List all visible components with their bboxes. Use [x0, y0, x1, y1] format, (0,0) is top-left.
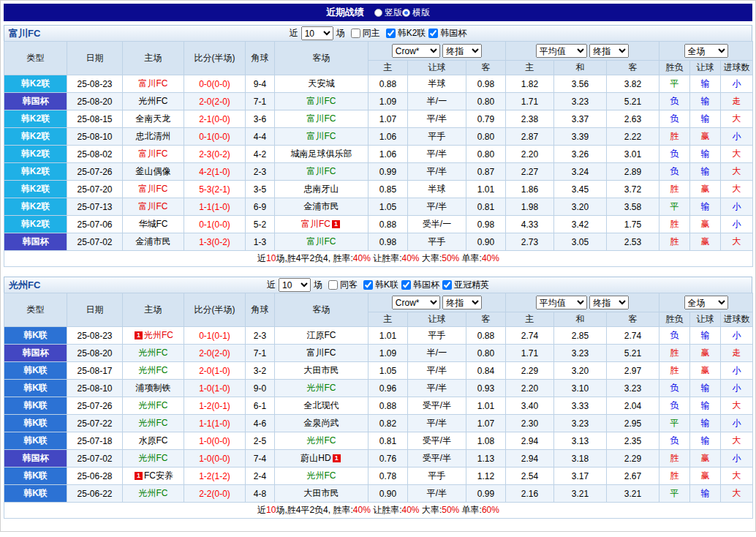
- league-filter-checkbox[interactable]: [401, 280, 411, 290]
- team-name[interactable]: FC安养: [144, 470, 173, 481]
- layout-radio-horizontal[interactable]: 横版: [402, 7, 430, 19]
- score[interactable]: 2-1(0-0): [199, 114, 230, 124]
- team-name[interactable]: 光州FC: [139, 453, 168, 463]
- league-filter[interactable]: 韩国杯: [398, 279, 439, 291]
- team-name[interactable]: 忠南牙山: [304, 184, 339, 194]
- team-name[interactable]: 城南足球俱乐部: [291, 149, 352, 159]
- score[interactable]: 0-1(0-1): [199, 331, 230, 341]
- average-odds-select[interactable]: 平均值: [536, 296, 587, 309]
- team-name[interactable]: 光州FC: [139, 365, 168, 375]
- col-type: 类型: [4, 293, 67, 327]
- score[interactable]: 4-2(1-0): [199, 167, 230, 177]
- team-name[interactable]: 富川FC: [139, 149, 168, 159]
- score[interactable]: 2-3(0-2): [199, 149, 230, 159]
- score[interactable]: 1-0(1-0): [199, 383, 230, 394]
- team-name[interactable]: 富川FC: [307, 236, 336, 247]
- handicap-cell: 受平/半: [408, 450, 466, 467]
- team-name[interactable]: 全北现代: [304, 400, 339, 410]
- league-filter-checkbox[interactable]: [363, 280, 373, 290]
- home-team-cell: 富川FC: [123, 181, 184, 198]
- league-filter[interactable]: 韩K联: [360, 279, 398, 291]
- team-name[interactable]: 大田市民: [304, 365, 339, 375]
- score[interactable]: 1-0(0-0): [199, 436, 230, 446]
- score[interactable]: 1-1(1-0): [199, 202, 230, 212]
- team-name[interactable]: 富川FC: [301, 219, 330, 229]
- league-filter[interactable]: 韩K2联: [383, 27, 426, 40]
- radio-icon[interactable]: [402, 9, 410, 17]
- score[interactable]: 1-1(1-0): [199, 418, 230, 429]
- score[interactable]: 0-0(0-0): [199, 79, 230, 89]
- score[interactable]: 0-1(0-0): [199, 219, 230, 230]
- team-name[interactable]: 富川FC: [307, 348, 336, 358]
- team-name[interactable]: 光州FC: [139, 96, 168, 106]
- team-name[interactable]: 光州FC: [139, 488, 168, 498]
- summary-segment: 近: [257, 505, 266, 515]
- team-name[interactable]: 金浦市民: [304, 201, 339, 211]
- team-name[interactable]: 富川FC: [139, 201, 168, 211]
- team-name[interactable]: 浦项制铁: [136, 383, 171, 393]
- team-name[interactable]: 光州FC: [139, 418, 168, 428]
- score[interactable]: 2-0(2-0): [199, 97, 230, 107]
- layout-radio-vertical[interactable]: 竖版: [374, 7, 402, 19]
- league-filter-checkbox[interactable]: [428, 29, 438, 38]
- average-odds-select[interactable]: 平均值: [536, 44, 587, 58]
- team-name[interactable]: 富川FC: [307, 131, 336, 141]
- team-name[interactable]: 大田市民: [304, 488, 339, 498]
- league-filter-checkbox[interactable]: [386, 29, 396, 38]
- team-name[interactable]: 江原FC: [307, 330, 336, 340]
- bookmaker-select[interactable]: Crow*: [392, 296, 440, 309]
- score[interactable]: 1-2(0-1): [199, 401, 230, 411]
- final-odds-select[interactable]: 终指: [589, 44, 629, 58]
- avg-draw-cell: 3.24: [554, 163, 607, 181]
- team-name[interactable]: 釜山偶像: [136, 166, 171, 176]
- score[interactable]: 1-3(0-2): [199, 237, 230, 247]
- team-name[interactable]: 富川FC: [307, 96, 336, 106]
- same-venue-checkbox[interactable]: [328, 280, 338, 290]
- final-odds-select[interactable]: 终指: [589, 296, 629, 309]
- same-venue-checkbox[interactable]: [351, 29, 360, 38]
- team-name[interactable]: 富川FC: [307, 166, 336, 176]
- same-venue-filter[interactable]: 同主: [348, 27, 380, 40]
- team-name[interactable]: 金浦市民: [136, 236, 171, 247]
- recent-count-select[interactable]: 10: [279, 278, 311, 292]
- final-odds-select[interactable]: 终指: [442, 296, 482, 309]
- team-name[interactable]: 天安城: [309, 78, 335, 89]
- result-wdl-cell: 胜: [659, 233, 690, 251]
- same-venue-label: 同主: [363, 27, 380, 40]
- score[interactable]: 1-0(0-0): [199, 454, 230, 464]
- league-filter[interactable]: 韩国杯: [426, 27, 466, 40]
- recent-count-select[interactable]: 10: [301, 26, 333, 40]
- team-name[interactable]: 全南天龙: [136, 113, 171, 124]
- team-name[interactable]: 富川FC: [139, 184, 168, 194]
- bookmaker-select[interactable]: Crow*: [392, 44, 440, 58]
- team-name[interactable]: 华城FC: [139, 219, 168, 229]
- team-name[interactable]: 光州FC: [139, 348, 168, 358]
- team-name[interactable]: 蔚山HD: [300, 453, 330, 463]
- league-filter-checkbox[interactable]: [442, 280, 452, 290]
- fullmatch-select[interactable]: 全场: [684, 44, 728, 58]
- team-name[interactable]: 富川FC: [307, 113, 336, 124]
- final-odds-select[interactable]: 终指: [442, 44, 482, 58]
- team-name[interactable]: 光州FC: [139, 400, 168, 410]
- same-venue-filter[interactable]: 同客: [325, 279, 358, 291]
- team-name[interactable]: 忠北清州: [136, 131, 171, 141]
- team-name[interactable]: 光州FC: [307, 383, 336, 393]
- fullmatch-select[interactable]: 全场: [684, 296, 728, 309]
- team-name[interactable]: 水原FC: [139, 435, 168, 446]
- team-name[interactable]: 光州FC: [307, 435, 336, 446]
- score[interactable]: 0-1(0-0): [199, 132, 230, 142]
- team-name[interactable]: 富川FC: [139, 78, 168, 89]
- home-odds-cell: 0.76: [368, 450, 408, 467]
- radio-icon[interactable]: [374, 9, 382, 17]
- score[interactable]: 5-3(2-1): [199, 184, 230, 195]
- team-name[interactable]: 光州FC: [144, 330, 173, 340]
- avg-home-cell: 2.20: [506, 146, 554, 163]
- score[interactable]: 2-0(2-0): [199, 348, 230, 358]
- score[interactable]: 1-2(1-2): [199, 471, 230, 481]
- col-score: 比分(半场): [184, 293, 246, 327]
- score[interactable]: 2-2(0-0): [199, 489, 230, 499]
- score[interactable]: 2-0(1-0): [199, 366, 230, 376]
- team-name[interactable]: 光州FC: [307, 470, 336, 481]
- league-filter[interactable]: 亚冠精英: [439, 279, 489, 291]
- team-name[interactable]: 金泉尚武: [304, 418, 339, 428]
